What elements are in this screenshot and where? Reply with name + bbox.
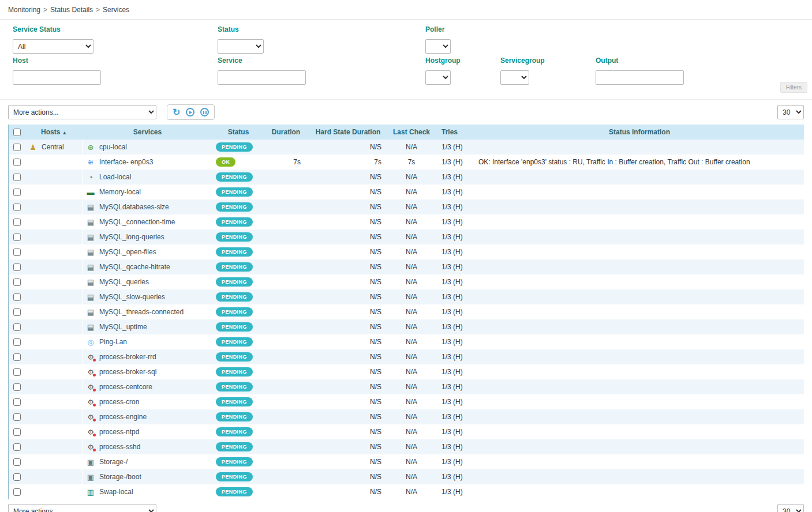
header-tries[interactable]: Tries	[435, 125, 475, 140]
service-label[interactable]: Storage-/boot	[99, 473, 141, 481]
row-checkbox[interactable]	[13, 174, 21, 181]
service-label[interactable]: MySQL_queries	[99, 278, 149, 286]
header-status[interactable]: Status	[212, 125, 264, 140]
row-checkbox[interactable]	[13, 413, 21, 421]
hard-state-duration-cell: N/S	[308, 334, 388, 349]
breadcrumb-monitoring[interactable]: Monitoring	[8, 6, 40, 14]
service-label[interactable]: process-cron	[99, 398, 139, 406]
status-information-cell	[475, 229, 804, 244]
host-input[interactable]	[13, 70, 101, 85]
service-label[interactable]: Load-local	[99, 173, 131, 181]
service-label[interactable]: cpu-local	[99, 143, 127, 151]
header-services[interactable]: Services	[83, 125, 212, 140]
tries-cell: 1/3 (H)	[435, 140, 475, 155]
poller-select[interactable]	[425, 39, 451, 54]
row-checkbox[interactable]	[13, 323, 21, 331]
status-badge: PENDING	[216, 427, 253, 436]
row-checkbox[interactable]	[13, 204, 21, 211]
service-label[interactable]: MySQL_uptime	[99, 323, 147, 331]
service-label[interactable]: process-broker-rrd	[99, 353, 156, 361]
row-checkbox[interactable]	[13, 293, 21, 301]
row-checkbox[interactable]	[13, 219, 21, 226]
service-input[interactable]	[218, 70, 306, 85]
row-checkbox[interactable]	[13, 234, 21, 241]
table-row: ◔ Load-local PENDING N/S N/A 1/3 (H)	[9, 170, 804, 185]
row-checkbox[interactable]	[13, 398, 21, 406]
service-label[interactable]: process-ntpd	[99, 428, 139, 436]
row-checkbox[interactable]	[13, 144, 21, 151]
tries-cell: 1/3 (H)	[435, 349, 475, 364]
service-status-select[interactable]: All	[13, 39, 93, 54]
row-checkbox[interactable]	[13, 278, 21, 286]
hard-state-duration-cell: N/S	[308, 409, 388, 424]
service-label[interactable]: process-broker-sql	[99, 368, 156, 376]
service-label[interactable]: process-sshd	[99, 443, 140, 451]
row-checkbox[interactable]	[13, 263, 21, 271]
table-header-row: Hosts▴ Services Status Duration Hard Sta…	[9, 125, 804, 140]
header-last-check[interactable]: Last Check	[388, 125, 435, 140]
row-checkbox[interactable]	[13, 443, 21, 451]
service-label[interactable]: Swap-local	[99, 488, 133, 496]
header-hosts[interactable]: Hosts▴	[25, 125, 83, 140]
row-checkbox[interactable]	[13, 473, 21, 481]
service-label[interactable]: process-engine	[99, 413, 147, 421]
page-size-select[interactable]: 30	[777, 105, 804, 119]
page-size-select-bottom[interactable]: 30	[777, 504, 804, 512]
service-label[interactable]: MySQL_long-queries	[99, 233, 164, 241]
service-label[interactable]: MySQL_open-files	[99, 248, 156, 256]
tries-cell: 1/3 (H)	[435, 155, 475, 170]
status-select[interactable]	[218, 39, 264, 54]
filters-button[interactable]: Filters	[780, 82, 807, 93]
breadcrumb-status-details[interactable]: Status Details	[50, 6, 93, 14]
last-check-cell: N/A	[388, 244, 435, 259]
database-icon: ▤	[86, 308, 95, 316]
row-checkbox[interactable]	[13, 308, 21, 316]
pause-icon[interactable]	[200, 108, 209, 116]
hard-state-duration-cell: N/S	[308, 289, 388, 304]
service-label[interactable]: MySQL_qcache-hitrate	[99, 263, 170, 271]
duration-cell	[264, 379, 308, 394]
servicegroup-select[interactable]	[500, 70, 529, 85]
table-row: ⚙ process-centcore PENDING N/S N/A 1/3 (…	[9, 379, 804, 394]
table-row: ▤ MySQL_threads-connected PENDING N/S N/…	[9, 304, 804, 319]
service-label[interactable]: MySQL_connection-time	[99, 218, 175, 226]
breadcrumb-services[interactable]: Services	[103, 6, 129, 14]
row-checkbox[interactable]	[13, 488, 21, 496]
row-checkbox[interactable]	[13, 353, 21, 361]
table-row: ◎ Ping-Lan PENDING N/S N/A 1/3 (H)	[9, 334, 804, 349]
tries-cell: 1/3 (H)	[435, 319, 475, 334]
more-actions-select[interactable]: More actions...	[8, 105, 156, 119]
host-label[interactable]: Central	[42, 143, 64, 151]
more-actions-select-bottom[interactable]: More actions...	[8, 504, 156, 512]
row-checkbox[interactable]	[13, 159, 21, 166]
row-checkbox[interactable]	[13, 428, 21, 436]
select-all-checkbox[interactable]	[13, 129, 21, 136]
refresh-icon[interactable]: ↻	[173, 108, 180, 117]
row-checkbox[interactable]	[13, 249, 21, 256]
service-label[interactable]: MySQLdatabases-size	[99, 203, 169, 211]
select-all-header	[9, 125, 25, 140]
row-checkbox[interactable]	[13, 189, 21, 196]
play-icon[interactable]	[186, 108, 194, 116]
ping-icon: ◎	[86, 338, 95, 346]
service-label[interactable]: process-centcore	[99, 383, 152, 391]
row-checkbox[interactable]	[13, 368, 21, 376]
header-status-information[interactable]: Status information	[475, 125, 804, 140]
database-icon: ▤	[86, 219, 95, 226]
header-duration[interactable]: Duration	[264, 125, 308, 140]
hostgroup-select[interactable]	[425, 70, 451, 85]
row-checkbox[interactable]	[13, 338, 21, 346]
service-label[interactable]: Storage-/	[99, 458, 128, 466]
header-hard-state-duration[interactable]: Hard State Duration	[308, 125, 388, 140]
service-label[interactable]: Memory-local	[99, 188, 141, 196]
hard-state-duration-cell: N/S	[308, 379, 388, 394]
table-row: ⚙ process-sshd PENDING N/S N/A 1/3 (H)	[9, 439, 804, 454]
service-label[interactable]: Interface- enp0s3	[99, 158, 153, 166]
row-checkbox[interactable]	[13, 383, 21, 391]
service-label[interactable]: MySQL_threads-connected	[99, 308, 184, 316]
table-row: ⚙ process-broker-sql PENDING N/S N/A 1/3…	[9, 364, 804, 379]
output-input[interactable]	[596, 70, 684, 85]
row-checkbox[interactable]	[13, 458, 21, 466]
service-label[interactable]: Ping-Lan	[99, 338, 127, 346]
service-label[interactable]: MySQL_slow-queries	[99, 293, 165, 301]
